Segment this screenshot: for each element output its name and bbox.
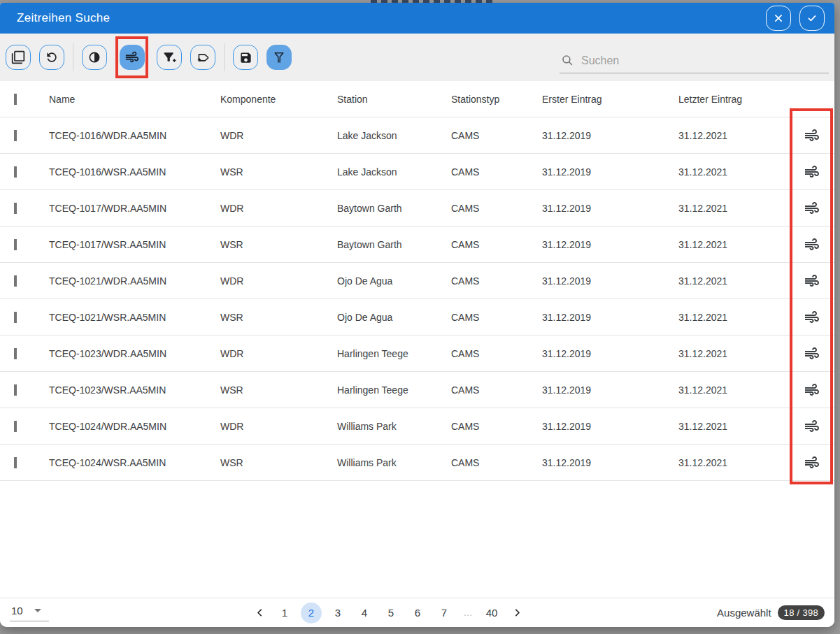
cell-name: TCEQ-1021/WDR.AA5MIN xyxy=(42,275,213,287)
table-empty-area xyxy=(0,481,834,598)
pagination-prev-button[interactable] xyxy=(250,603,269,624)
row-wind-action-button[interactable] xyxy=(789,418,834,435)
cell-station: Lake Jackson xyxy=(330,166,444,178)
table-row[interactable]: TCEQ-1017/WDR.AA5MIN WDR Baytown Garth C… xyxy=(0,190,834,226)
selected-label: Ausgewählt xyxy=(717,607,771,619)
row-checkbox[interactable] xyxy=(14,384,17,396)
cell-name: TCEQ-1023/WSR.AA5MIN xyxy=(42,384,213,396)
cell-station: Ojo De Agua xyxy=(330,312,444,323)
add-tag-button[interactable] xyxy=(190,45,215,70)
row-checkbox[interactable] xyxy=(14,239,17,250)
cell-name: TCEQ-1017/WSR.AA5MIN xyxy=(42,239,213,250)
close-button[interactable] xyxy=(766,6,791,31)
save-icon xyxy=(239,51,252,64)
row-checkbox[interactable] xyxy=(14,203,17,214)
contrast-icon xyxy=(87,50,101,64)
pagination-page-3[interactable]: 3 xyxy=(327,603,348,624)
cell-erster-eintrag: 31.12.2019 xyxy=(535,239,671,250)
cell-komponente: WDR xyxy=(213,203,330,214)
row-checkbox[interactable] xyxy=(14,275,17,287)
cell-stationstyp: CAMS xyxy=(444,239,535,250)
wind-button[interactable] xyxy=(120,45,145,70)
cell-station: Harlingen Teege xyxy=(330,384,444,396)
row-wind-action-button[interactable] xyxy=(789,454,834,471)
table-row[interactable]: TCEQ-1023/WSR.AA5MIN WSR Harlingen Teege… xyxy=(0,372,834,408)
cell-station: Williams Park xyxy=(330,421,444,432)
wind-icon xyxy=(804,236,820,253)
cell-letzter-eintrag: 31.12.2021 xyxy=(671,312,789,323)
select-all-checkbox[interactable] xyxy=(14,94,17,105)
filter-button[interactable] xyxy=(266,45,292,70)
row-checkbox[interactable] xyxy=(14,457,17,468)
cell-name: TCEQ-1016/WSR.AA5MIN xyxy=(42,166,213,178)
row-checkbox[interactable] xyxy=(14,348,17,359)
table-row[interactable]: TCEQ-1024/WSR.AA5MIN WSR Williams Park C… xyxy=(0,445,834,481)
cell-komponente: WSR xyxy=(213,166,330,178)
cell-erster-eintrag: 31.12.2019 xyxy=(535,166,671,178)
page-size-select[interactable]: 10 xyxy=(10,605,49,621)
cell-erster-eintrag: 31.12.2019 xyxy=(535,457,671,468)
table-row[interactable]: TCEQ-1017/WSR.AA5MIN WSR Baytown Garth C… xyxy=(0,226,834,263)
wind-icon xyxy=(804,345,820,362)
pagination-page-1[interactable]: 1 xyxy=(274,603,295,624)
table-row[interactable]: TCEQ-1016/WDR.AA5MIN WDR Lake Jackson CA… xyxy=(0,117,834,154)
pagination-page-40[interactable]: 40 xyxy=(481,603,502,624)
row-checkbox[interactable] xyxy=(14,421,17,432)
column-header-name[interactable]: Name xyxy=(42,94,213,105)
cell-stationstyp: CAMS xyxy=(444,384,535,396)
contrast-button[interactable] xyxy=(82,45,107,70)
table-row[interactable]: TCEQ-1023/WDR.AA5MIN WDR Harlingen Teege… xyxy=(0,336,834,372)
table-row[interactable]: TCEQ-1024/WDR.AA5MIN WDR Williams Park C… xyxy=(0,408,834,445)
row-wind-action-button[interactable] xyxy=(789,236,834,253)
toolbar-divider xyxy=(224,43,225,71)
pagination-page-7[interactable]: 7 xyxy=(434,603,455,624)
pagination-ellipsis: … xyxy=(460,603,476,624)
selected-count-badge: 18 / 398 xyxy=(778,605,825,620)
table-row[interactable]: TCEQ-1016/WSR.AA5MIN WSR Lake Jackson CA… xyxy=(0,154,834,190)
row-checkbox[interactable] xyxy=(14,130,17,141)
cell-letzter-eintrag: 31.12.2021 xyxy=(671,130,789,141)
cell-erster-eintrag: 31.12.2019 xyxy=(535,275,671,287)
row-wind-action-button[interactable] xyxy=(789,200,834,217)
row-wind-action-button[interactable] xyxy=(789,164,834,180)
column-header-station[interactable]: Station xyxy=(330,94,444,105)
row-wind-action-button[interactable] xyxy=(789,382,834,398)
selection-summary: Ausgewählt 18 / 398 xyxy=(717,605,825,620)
row-wind-action-button[interactable] xyxy=(789,345,834,362)
cell-stationstyp: CAMS xyxy=(444,312,535,323)
column-header-stationstyp[interactable]: Stationstyp xyxy=(444,94,535,105)
pagination-next-button[interactable] xyxy=(508,603,526,624)
confirm-button[interactable] xyxy=(799,6,825,31)
copy-button[interactable] xyxy=(6,45,31,70)
wind-icon xyxy=(804,127,820,144)
reset-button[interactable] xyxy=(39,45,64,70)
chevron-right-icon xyxy=(511,607,523,619)
row-wind-action-button[interactable] xyxy=(789,309,834,326)
pagination-page-5[interactable]: 5 xyxy=(380,603,401,624)
column-header-letzter-eintrag[interactable]: Letzter Eintrag xyxy=(671,94,789,105)
pagination-page-2[interactable]: 2 xyxy=(301,603,322,624)
wind-icon xyxy=(804,382,820,398)
pagination-page-6[interactable]: 6 xyxy=(407,603,428,624)
column-header-komponente[interactable]: Komponente xyxy=(213,94,330,105)
dialog-title: Zeitreihen Suche xyxy=(17,11,757,25)
wind-icon xyxy=(804,418,820,435)
cell-erster-eintrag: 31.12.2019 xyxy=(535,421,671,432)
cell-stationstyp: CAMS xyxy=(444,275,535,287)
row-checkbox[interactable] xyxy=(14,166,17,178)
row-checkbox[interactable] xyxy=(14,312,17,323)
add-filter-button[interactable] xyxy=(157,45,182,70)
table-row[interactable]: TCEQ-1021/WSR.AA5MIN WSR Ojo De Agua CAM… xyxy=(0,299,834,336)
column-header-erster-eintrag[interactable]: Erster Eintrag xyxy=(535,94,671,105)
table-row[interactable]: TCEQ-1021/WDR.AA5MIN WDR Ojo De Agua CAM… xyxy=(0,263,834,299)
chevron-left-icon xyxy=(254,607,266,619)
cell-erster-eintrag: 31.12.2019 xyxy=(535,203,671,214)
row-wind-action-button[interactable] xyxy=(789,127,834,144)
cell-name: TCEQ-1023/WDR.AA5MIN xyxy=(42,348,213,359)
pagination-page-4[interactable]: 4 xyxy=(354,603,375,624)
cell-letzter-eintrag: 31.12.2021 xyxy=(671,203,789,214)
cell-komponente: WDR xyxy=(213,130,330,141)
search-input[interactable] xyxy=(581,55,827,67)
row-wind-action-button[interactable] xyxy=(789,273,834,289)
save-button[interactable] xyxy=(233,45,258,70)
